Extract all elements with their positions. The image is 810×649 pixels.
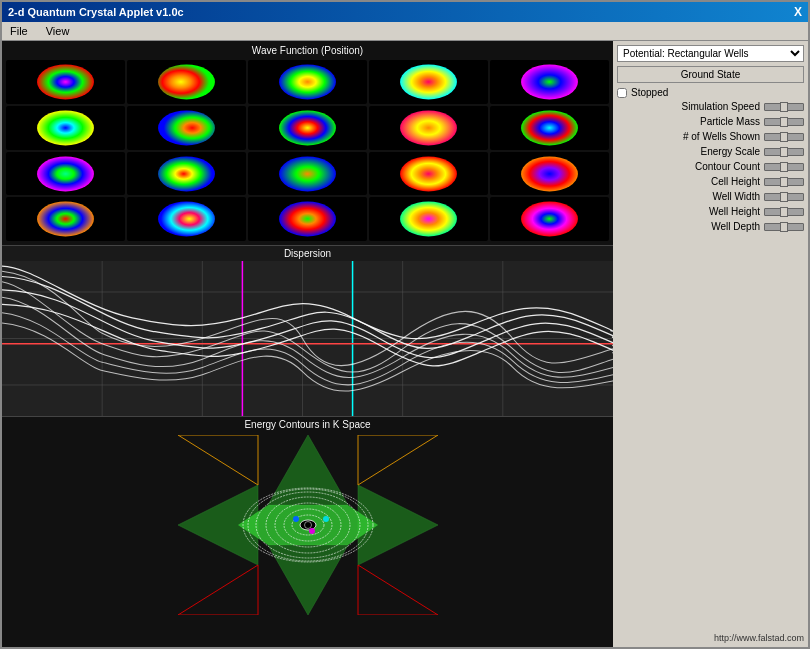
svg-point-8 <box>400 110 457 145</box>
slider-energy-scale-track[interactable] <box>764 148 804 156</box>
dispersion-canvas[interactable] <box>2 261 613 416</box>
wave-cell-4-5 <box>490 197 609 241</box>
wave-grid <box>4 58 611 243</box>
wave-cell-3-2 <box>127 152 246 196</box>
wave-cell-4-2 <box>127 197 246 241</box>
main-content: Wave Function (Position) <box>2 41 808 647</box>
svg-point-11 <box>158 156 215 191</box>
menu-bar: File View <box>2 22 808 41</box>
slider-cell-height-track[interactable] <box>764 178 804 186</box>
svg-point-12 <box>279 156 336 191</box>
svg-point-10 <box>37 156 94 191</box>
slider-well-depth-control <box>764 223 804 231</box>
contour-section: Energy Contours in K Space <box>2 417 613 647</box>
slider-particle-mass: Particle Mass <box>617 116 804 127</box>
close-button[interactable]: X <box>794 5 802 19</box>
svg-point-18 <box>400 202 457 237</box>
slider-well-height-track[interactable] <box>764 208 804 216</box>
svg-point-4 <box>521 64 578 99</box>
svg-point-15 <box>37 202 94 237</box>
svg-point-0 <box>37 64 94 99</box>
svg-point-1 <box>158 64 215 99</box>
slider-cell-height-control <box>764 178 804 186</box>
svg-point-3 <box>400 64 457 99</box>
slider-wells-shown: # of Wells Shown <box>617 131 804 142</box>
slider-cell-height: Cell Height <box>617 176 804 187</box>
wave-cell-3-3 <box>248 152 367 196</box>
slider-well-height: Well Height <box>617 206 804 217</box>
right-panel: Potential: Rectangular Wells Ground Stat… <box>613 41 808 647</box>
svg-point-19 <box>521 202 578 237</box>
svg-point-51 <box>293 516 299 522</box>
wave-cell-1-2 <box>127 60 246 104</box>
wave-cell-3-5 <box>490 152 609 196</box>
slider-energy-scale-label: Energy Scale <box>617 146 760 157</box>
dispersion-section: Dispersion <box>2 246 613 417</box>
slider-well-width-control <box>764 193 804 201</box>
wave-cell-4-1 <box>6 197 125 241</box>
slider-simulation-speed-track[interactable] <box>764 103 804 111</box>
slider-contour-count-control <box>764 163 804 171</box>
slider-cell-height-label: Cell Height <box>617 176 760 187</box>
slider-wells-shown-track[interactable] <box>764 133 804 141</box>
stopped-row: Stopped <box>617 87 804 98</box>
svg-point-52 <box>323 516 329 522</box>
wave-cell-3-4 <box>369 152 488 196</box>
slider-simulation-speed-label: Simulation Speed <box>617 101 760 112</box>
slider-particle-mass-control <box>764 118 804 126</box>
svg-point-7 <box>279 110 336 145</box>
slider-well-height-label: Well Height <box>617 206 760 217</box>
svg-point-50 <box>304 521 311 528</box>
stopped-checkbox[interactable] <box>617 88 627 98</box>
slider-simulation-speed: Simulation Speed <box>617 101 804 112</box>
slider-well-width-track[interactable] <box>764 193 804 201</box>
menu-view[interactable]: View <box>42 24 74 38</box>
wave-cell-1-5 <box>490 60 609 104</box>
slider-contour-count-track[interactable] <box>764 163 804 171</box>
window-title: 2-d Quantum Crystal Applet v1.0c <box>8 6 184 18</box>
wave-cell-4-4 <box>369 197 488 241</box>
svg-point-16 <box>158 202 215 237</box>
slider-energy-scale: Energy Scale <box>617 146 804 157</box>
svg-point-5 <box>37 110 94 145</box>
ground-state-button[interactable]: Ground State <box>617 66 804 83</box>
slider-well-width: Well Width <box>617 191 804 202</box>
slider-well-depth-label: Well Depth <box>617 221 760 232</box>
slider-well-width-label: Well Width <box>617 191 760 202</box>
slider-wells-shown-control <box>764 133 804 141</box>
svg-point-6 <box>158 110 215 145</box>
title-bar: 2-d Quantum Crystal Applet v1.0c X <box>2 2 808 22</box>
wave-cell-2-5 <box>490 106 609 150</box>
svg-point-2 <box>279 64 336 99</box>
wave-section: Wave Function (Position) <box>2 41 613 246</box>
slider-well-depth-track[interactable] <box>764 223 804 231</box>
contour-label: Energy Contours in K Space <box>2 417 613 432</box>
svg-point-9 <box>521 110 578 145</box>
slider-contour-count: Contour Count <box>617 161 804 172</box>
url-text: http://www.falstad.com <box>617 629 804 643</box>
wave-cell-2-2 <box>127 106 246 150</box>
wave-cell-1-1 <box>6 60 125 104</box>
left-panel: Wave Function (Position) <box>2 41 613 647</box>
svg-point-53 <box>309 528 315 534</box>
svg-point-14 <box>521 156 578 191</box>
wave-section-label: Wave Function (Position) <box>4 43 611 58</box>
app-window: 2-d Quantum Crystal Applet v1.0c X File … <box>0 0 810 649</box>
menu-file[interactable]: File <box>6 24 32 38</box>
slider-particle-mass-label: Particle Mass <box>617 116 760 127</box>
slider-well-height-control <box>764 208 804 216</box>
slider-wells-shown-label: # of Wells Shown <box>617 131 760 142</box>
wave-cell-2-1 <box>6 106 125 150</box>
slider-particle-mass-track[interactable] <box>764 118 804 126</box>
svg-point-13 <box>400 156 457 191</box>
dispersion-label: Dispersion <box>2 246 613 261</box>
potential-select[interactable]: Potential: Rectangular Wells <box>617 45 804 62</box>
slider-contour-count-label: Contour Count <box>617 161 760 172</box>
slider-energy-scale-control <box>764 148 804 156</box>
contour-canvas[interactable] <box>2 432 613 617</box>
wave-cell-3-1 <box>6 152 125 196</box>
svg-point-17 <box>279 202 336 237</box>
wave-cell-1-4 <box>369 60 488 104</box>
wave-cell-4-3 <box>248 197 367 241</box>
slider-simulation-speed-control <box>764 103 804 111</box>
